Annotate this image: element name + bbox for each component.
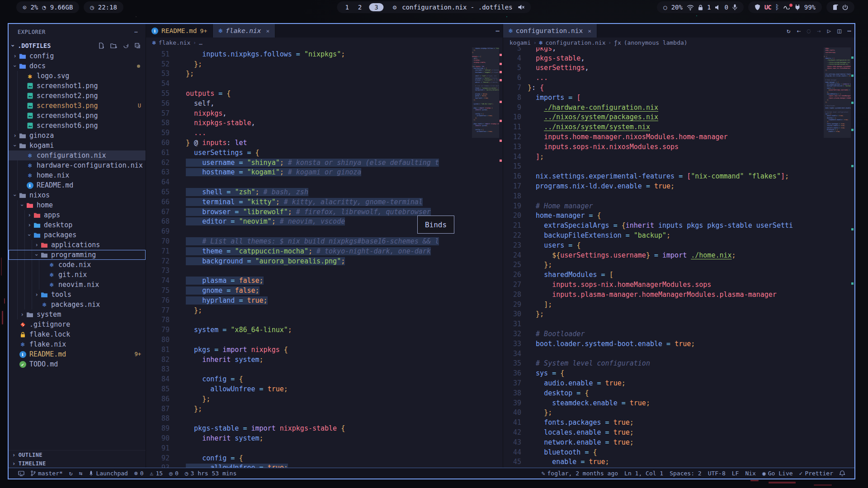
- code-line-11[interactable]: 11 ../nixos/system/system.nix: [503, 122, 854, 132]
- code-line-57[interactable]: 57 nixpkgs,: [146, 108, 503, 118]
- tree-item-flake.lock[interactable]: flake.lock: [9, 329, 146, 339]
- statusbar-item-0[interactable]: ⊗0: [131, 470, 147, 477]
- close-icon[interactable]: ×: [266, 28, 270, 34]
- breadcrumb[interactable]: kogami›❄configuration.nix›ƒx(anonymous l…: [503, 38, 854, 47]
- code-line-79[interactable]: 79 system = "x86_64-linux";: [146, 325, 503, 335]
- more-actions-icon[interactable]: ⋯: [493, 24, 503, 38]
- breadcrumb-item[interactable]: configuration.nix: [545, 39, 605, 46]
- statusbar-item-ln-1-col-1[interactable]: Ln 1, Col 1: [621, 470, 666, 477]
- code-line-75[interactable]: 75 gnome = false;: [146, 286, 503, 296]
- tree-item-flake.nix[interactable]: ❄flake.nix: [9, 339, 146, 349]
- minimap-slider[interactable]: [472, 47, 499, 138]
- timeline-panel-header[interactable]: › TIMELINE: [9, 459, 146, 468]
- code-line-42[interactable]: 42 locales.enable = true;: [503, 427, 854, 437]
- code-line-10[interactable]: 10 ../nixos/system/packages.nix: [503, 113, 854, 122]
- code-line-61[interactable]: 61 userSettings = {: [146, 148, 503, 158]
- minimap[interactable]: pkgs, pkgs-stable, userSettings, ...}: {…: [824, 47, 851, 468]
- statusbar-item[interactable]: ⇆: [76, 470, 86, 477]
- collapse-all-icon[interactable]: [133, 43, 142, 49]
- code-line-24[interactable]: 24 ${userSettings.username} = import ./h…: [503, 250, 854, 260]
- keyboard-layout-indicator[interactable]: UC: [764, 4, 771, 11]
- statusbar-item-15[interactable]: ⚠15: [147, 470, 166, 477]
- code-line-5[interactable]: 5 userSettings,: [503, 63, 854, 73]
- code-line-73[interactable]: 73: [146, 266, 503, 276]
- volume-icon[interactable]: [715, 5, 720, 10]
- statusbar-item[interactable]: [836, 470, 848, 476]
- tree-item-screenshot1.png[interactable]: screenshot1.png: [9, 81, 146, 91]
- system-stats-pill[interactable]: ⊙ 2% ◔ 9.66GB: [16, 1, 79, 13]
- tree-item-screenshot6.png[interactable]: screenshot6.png: [9, 121, 146, 131]
- breadcrumb-item[interactable]: …: [199, 39, 203, 46]
- more-actions-icon[interactable]: ⋯: [133, 29, 139, 35]
- code-line-52[interactable]: 52 };: [146, 59, 503, 69]
- tree-item-screenshot2.png[interactable]: screenshot2.png: [9, 91, 146, 101]
- code-line-64[interactable]: 64: [146, 177, 503, 187]
- statusbar-item-nix[interactable]: Nix: [742, 470, 759, 477]
- wifi-icon[interactable]: [687, 5, 694, 10]
- code-line-4[interactable]: 4 pkgs-stable,: [503, 53, 854, 63]
- statusbar-item-master[interactable]: master*: [28, 470, 66, 477]
- code-line-16[interactable]: 16 nix.settings.experimental-features = …: [503, 171, 854, 181]
- code-line-26[interactable]: 26 sharedModules = [: [503, 270, 854, 280]
- code-line-84[interactable]: 84 config = {: [146, 374, 503, 384]
- code-line-83[interactable]: 83: [146, 365, 503, 375]
- code-line-66[interactable]: 66 terminal = "kitty"; # kitty, alacritt…: [146, 197, 503, 207]
- tree-item-screenshot4.png[interactable]: screenshot4.png: [9, 111, 146, 121]
- tree-item-packages[interactable]: ›packages: [9, 230, 146, 240]
- code-line-23[interactable]: 23 users = {: [503, 240, 854, 250]
- statusbar-item-lf[interactable]: LF: [729, 470, 742, 477]
- code-editor-configuration[interactable]: 3 pkgs,4 pkgs-stable,5 userSettings,6 ..…: [503, 47, 854, 468]
- tree-item-configuration.nix[interactable]: ❄configuration.nix: [9, 150, 146, 160]
- nav-circle-icon[interactable]: ◌: [804, 24, 814, 38]
- code-line-15[interactable]: 15: [503, 162, 854, 172]
- tree-item-hardware-configuration.nix[interactable]: ❄hardware-configuration.nix: [9, 160, 146, 170]
- code-line-62[interactable]: 62 username = "shinya"; # konsta or shin…: [146, 158, 503, 168]
- statusbar-item[interactable]: ↻: [66, 470, 76, 477]
- vpn-shield-icon[interactable]: [755, 4, 760, 10]
- statusbar-item-foglar-2-months-ago[interactable]: ✎foglar, 2 months ago: [538, 470, 621, 477]
- code-line-6[interactable]: 6 ...: [503, 73, 854, 83]
- workspace-2[interactable]: 2: [356, 4, 363, 11]
- code-line-37[interactable]: 37 audio.enable = true;: [503, 378, 854, 388]
- code-line-60[interactable]: 60} @ inputs: let: [146, 138, 503, 148]
- code-editor-flake[interactable]: 51 inputs.nixpkgs.follows = "nixpkgs";52…: [146, 47, 503, 468]
- code-line-41[interactable]: 41 fonts.packages = true;: [503, 418, 854, 427]
- code-line-86[interactable]: 86 };: [146, 394, 503, 404]
- code-line-7[interactable]: 7}: {: [503, 83, 854, 93]
- code-line-20[interactable]: 20 home-manager = {: [503, 211, 854, 221]
- code-line-59[interactable]: 59 ...: [146, 128, 503, 138]
- code-line-70[interactable]: 70 # List all themes: $ nix build nixpkg…: [146, 236, 503, 246]
- code-line-35[interactable]: 35 # System level configuration: [503, 359, 854, 369]
- tree-item-applications[interactable]: ›applications: [9, 240, 146, 250]
- scrollbar[interactable]: [851, 47, 854, 468]
- minimap[interactable]: inputs.nixpkgs.follows = "nixpkgs"; };};…: [472, 47, 499, 468]
- code-line-74[interactable]: 74 plasma = false;: [146, 276, 503, 286]
- code-line-65[interactable]: 65 shell = "zsh"; # bash, zsh: [146, 187, 503, 197]
- tree-item-screenshot3.png[interactable]: screenshot3.pngU: [9, 101, 146, 111]
- code-line-93[interactable]: 93 allowUnfree = true;: [146, 463, 503, 468]
- statusbar-item-spaces-2[interactable]: Spaces: 2: [666, 470, 704, 477]
- nav-back-icon[interactable]: ⇠: [793, 24, 803, 38]
- code-line-12[interactable]: 12 inputs.home-manager.nixosModules.home…: [503, 132, 854, 142]
- code-line-28[interactable]: 28 inputs.plasma-manager.homeManagerModu…: [503, 290, 854, 300]
- workspace-root-row[interactable]: › .DOTFILES: [9, 40, 146, 51]
- more-actions-icon[interactable]: ⋯: [844, 24, 854, 38]
- code-line-30[interactable]: 30 };: [503, 310, 854, 319]
- code-line-91[interactable]: 91: [146, 443, 503, 453]
- tree-item-system[interactable]: ›system: [9, 310, 146, 319]
- split-editor-icon[interactable]: ◫: [834, 24, 844, 38]
- breadcrumb[interactable]: ❄flake.nix›…: [146, 38, 503, 47]
- tab-flake.nix[interactable]: ❄flake.nix×: [213, 24, 275, 38]
- clock-pill[interactable]: ◷ 22:18: [84, 1, 123, 13]
- tree-item-ginoza[interactable]: ›ginoza: [9, 131, 146, 141]
- code-line-85[interactable]: 85 allowUnfree = true;: [146, 384, 503, 394]
- tree-item-README.md[interactable]: iREADME.md9+: [9, 349, 146, 359]
- code-line-40[interactable]: 40 };: [503, 408, 854, 418]
- code-line-19[interactable]: 19 # Home manager: [503, 201, 854, 211]
- tree-item-.gitignore[interactable]: .gitignore: [9, 319, 146, 329]
- tree-item-tools[interactable]: ›tools: [9, 290, 146, 300]
- code-line-55[interactable]: 55outputs = {: [146, 89, 503, 99]
- tree-item-logo.svg[interactable]: ✱logo.svg: [9, 71, 146, 81]
- code-line-56[interactable]: 56 self,: [146, 99, 503, 108]
- code-line-81[interactable]: 81 pkgs = import nixpkgs {: [146, 345, 503, 355]
